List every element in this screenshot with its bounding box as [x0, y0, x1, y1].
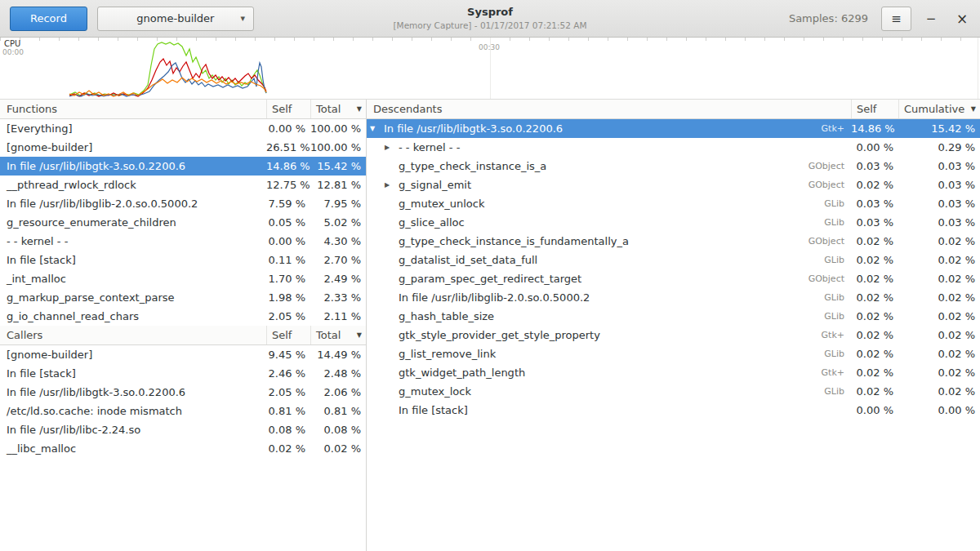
- table-row[interactable]: /etc/ld.so.cache: inode mismatch0.81 %0.…: [0, 402, 366, 420]
- percent-value: 0.02 %: [851, 329, 898, 341]
- descendants-tree: ▼In file /usr/lib/libgtk-3.so.0.2200.6Gt…: [367, 119, 980, 420]
- row-label: __libc_malloc: [7, 442, 76, 455]
- library-tag: GLib: [792, 311, 851, 322]
- percent-value: 15.42 %: [310, 160, 366, 172]
- table-row[interactable]: g_param_spec_get_redirect_targetGObject0…: [367, 269, 980, 288]
- menu-button[interactable]: ≡: [881, 7, 911, 31]
- right-column: Descendants Self Cumulative ▼ ▼In file /…: [366, 100, 980, 551]
- column-header-descendants[interactable]: Descendants: [367, 100, 851, 118]
- column-header-cumulative[interactable]: Cumulative ▼: [898, 100, 980, 118]
- column-header-self[interactable]: Self: [266, 326, 310, 344]
- table-row[interactable]: gtk_widget_path_lengthGtk+0.02 %0.02 %: [367, 363, 980, 382]
- callers-panel: Callers Self Total ▼ [gnome-builder]9.45…: [0, 326, 366, 458]
- table-row[interactable]: g_io_channel_read_chars2.05 %2.11 %: [0, 307, 366, 326]
- callers-header-row: Callers Self Total ▼: [0, 326, 366, 345]
- row-label: [gnome-builder]: [7, 141, 92, 153]
- percent-value: 0.03 %: [898, 160, 980, 172]
- table-row[interactable]: gtk_style_provider_get_style_propertyGtk…: [367, 326, 980, 344]
- time-label-mid: 00:30: [479, 43, 500, 51]
- table-row[interactable]: ▼In file /usr/lib/libgtk-3.so.0.2200.6Gt…: [367, 119, 980, 138]
- record-button[interactable]: Record: [10, 7, 87, 31]
- column-header-label: Total: [316, 103, 341, 115]
- process-selector-dropdown[interactable]: gnome-builder ▾: [97, 7, 254, 31]
- table-row[interactable]: g_mutex_lockGLib0.02 %0.02 %: [367, 382, 980, 401]
- percent-value: 0.03 %: [898, 216, 980, 229]
- percent-value: 0.02 %: [266, 442, 310, 455]
- expander-open-icon[interactable]: ▼: [370, 125, 384, 132]
- close-icon: ×: [956, 11, 968, 27]
- table-row[interactable]: g_markup_parse_context_parse1.98 %2.33 %: [0, 288, 366, 307]
- table-row[interactable]: In file /usr/lib/libgtk-3.so.0.2200.62.0…: [0, 383, 366, 402]
- percent-value: 2.05 %: [266, 310, 310, 322]
- column-header-self[interactable]: Self: [266, 100, 310, 118]
- column-header-total[interactable]: Total ▼: [310, 326, 366, 344]
- table-row[interactable]: [gnome-builder]26.51 %100.00 %: [0, 138, 366, 157]
- percent-value: 0.02 %: [310, 442, 366, 455]
- row-label: g_list_remove_link: [399, 348, 496, 360]
- title-block: Sysprof [Memory Capture] - 01/17/2017 07…: [393, 6, 586, 30]
- sort-descending-icon: ▼: [971, 105, 976, 113]
- samples-count: Samples: 6299: [789, 12, 868, 24]
- table-row[interactable]: ▶g_signal_emitGObject0.02 %0.03 %: [367, 176, 980, 194]
- column-header-label: Total: [316, 329, 341, 341]
- table-row[interactable]: In file /usr/lib/libglib-2.0.so.0.5000.2…: [367, 288, 980, 307]
- table-row[interactable]: ▶- - kernel - -0.00 %0.29 %: [367, 138, 980, 157]
- table-row[interactable]: g_mutex_unlockGLib0.03 %0.03 %: [367, 194, 980, 213]
- time-label-start: 00:00: [2, 48, 24, 56]
- table-row[interactable]: - - kernel - -0.00 %4.30 %: [0, 232, 366, 251]
- table-row[interactable]: g_datalist_id_set_data_fullGLib0.02 %0.0…: [367, 251, 980, 269]
- percent-value: 0.02 %: [898, 367, 980, 379]
- table-row[interactable]: [gnome-builder]9.45 %14.49 %: [0, 345, 366, 364]
- table-row[interactable]: g_resource_enumerate_children0.05 %5.02 …: [0, 213, 366, 232]
- column-header-label: Cumulative: [904, 103, 964, 115]
- table-row[interactable]: g_list_remove_linkGLib0.02 %0.02 %: [367, 344, 980, 363]
- cpu-graph[interactable]: CPU 00:00 00:30: [0, 38, 980, 100]
- percent-value: 0.02 %: [851, 385, 898, 398]
- percent-value: 0.02 %: [898, 310, 980, 322]
- table-row[interactable]: __pthread_rwlock_rdlock12.75 %12.81 %: [0, 176, 366, 194]
- percent-value: 7.59 %: [266, 198, 310, 210]
- percent-value: 0.03 %: [851, 216, 898, 229]
- percent-value: 12.75 %: [266, 179, 310, 191]
- column-header-total[interactable]: Total ▼: [310, 100, 366, 118]
- column-header-callers[interactable]: Callers: [0, 326, 266, 344]
- table-row[interactable]: _int_malloc1.70 %2.49 %: [0, 269, 366, 288]
- expander-closed-icon[interactable]: ▶: [385, 181, 399, 189]
- row-label: In file [stack]: [7, 254, 76, 266]
- column-header-self[interactable]: Self: [851, 100, 898, 118]
- row-label: In file [stack]: [399, 404, 468, 416]
- table-row[interactable]: In file [stack]0.00 %0.00 %: [367, 401, 980, 420]
- percent-value: 0.08 %: [266, 424, 310, 436]
- header-bar: Record gnome-builder ▾ Sysprof [Memory C…: [0, 0, 980, 38]
- table-row[interactable]: g_slice_allocGLib0.03 %0.03 %: [367, 213, 980, 232]
- row-label: __pthread_rwlock_rdlock: [7, 179, 136, 191]
- percent-value: 0.03 %: [898, 179, 980, 191]
- row-label: g_hash_table_size: [399, 310, 494, 322]
- percent-value: 0.81 %: [310, 405, 366, 417]
- table-row[interactable]: In file /usr/lib/libglib-2.0.so.0.5000.2…: [0, 194, 366, 213]
- table-row[interactable]: In file [stack]0.11 %2.70 %: [0, 251, 366, 269]
- table-row[interactable]: [Everything]0.00 %100.00 %: [0, 119, 366, 138]
- percent-value: 2.06 %: [310, 386, 366, 398]
- table-row[interactable]: In file /usr/lib/libgtk-3.so.0.2200.614.…: [0, 157, 366, 176]
- row-label: g_datalist_id_set_data_full: [399, 254, 537, 266]
- cpu-line-green: [69, 42, 266, 96]
- percent-value: 0.11 %: [266, 254, 310, 266]
- sort-descending-icon: ▼: [357, 105, 362, 113]
- percent-value: 4.30 %: [310, 235, 366, 247]
- table-row[interactable]: In file /usr/lib/libc-2.24.so0.08 %0.08 …: [0, 420, 366, 439]
- minimize-button[interactable]: −: [920, 7, 942, 30]
- table-row[interactable]: g_type_check_instance_is_fundamentally_a…: [367, 232, 980, 251]
- library-tag: GLib: [792, 217, 851, 228]
- row-label: g_type_check_instance_is_fundamentally_a: [399, 235, 629, 247]
- row-label: In file /usr/lib/libglib-2.0.so.0.5000.2: [7, 198, 198, 210]
- table-row[interactable]: g_type_check_instance_is_aGObject0.03 %0…: [367, 157, 980, 176]
- close-button[interactable]: ×: [951, 7, 973, 30]
- column-header-functions[interactable]: Functions: [0, 100, 266, 118]
- table-row[interactable]: In file [stack]2.46 %2.48 %: [0, 364, 366, 383]
- expander-closed-icon[interactable]: ▶: [385, 144, 399, 151]
- library-tag: GObject: [792, 273, 851, 284]
- table-row[interactable]: g_hash_table_sizeGLib0.02 %0.02 %: [367, 307, 980, 326]
- functions-panel: Functions Self Total ▼ [Everything]0.00 …: [0, 100, 366, 326]
- table-row[interactable]: __libc_malloc0.02 %0.02 %: [0, 439, 366, 458]
